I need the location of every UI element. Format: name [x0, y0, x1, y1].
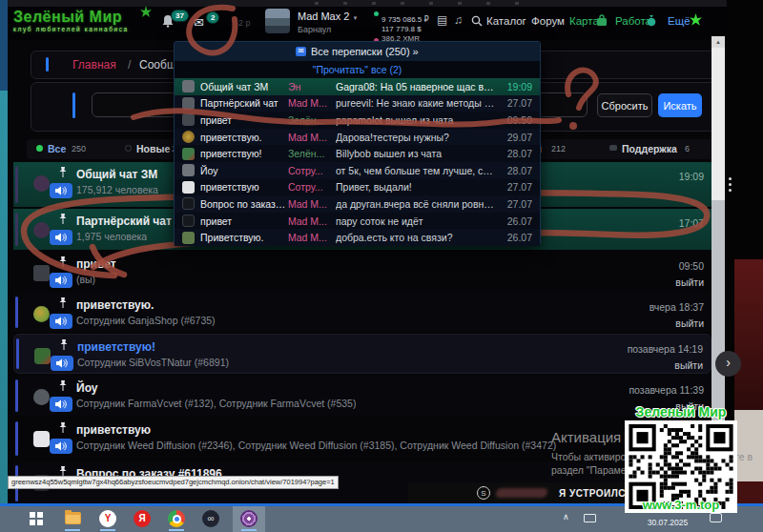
row-accent	[15, 213, 18, 246]
speaker-icon	[54, 317, 68, 326]
row-accent	[15, 166, 18, 203]
start-button[interactable]	[30, 512, 43, 525]
message-time: 27.07	[496, 198, 532, 210]
leave-chat-link[interactable]: выйти	[675, 276, 704, 288]
message-author: Mad M...	[288, 97, 336, 109]
bittorrent-icon[interactable]: ∞	[202, 510, 219, 527]
chat-time: позавчера 14:19	[628, 343, 703, 355]
user-name[interactable]: Mad Max 2 ▼	[298, 10, 358, 22]
chat-avatar	[182, 113, 195, 126]
chat-row[interactable]: приветствую. Сотрудник GanjaShop (#6735)…	[13, 293, 711, 332]
read-all-link[interactable]: "Прочитать" все (2)	[175, 61, 540, 78]
bell-badge: 37	[171, 10, 189, 22]
message-preview: пару соток не идёт	[336, 215, 496, 227]
clock-date[interactable]: 30.07.2025	[633, 518, 702, 527]
nav-more[interactable]: Ещё	[668, 15, 691, 27]
pin-icon[interactable]	[58, 379, 68, 393]
status-url: greenwsz4q55w5qmlgttw7gx4hq66abyzsfoeucm…	[11, 478, 335, 486]
pin-icon[interactable]	[58, 256, 68, 269]
yandex-app-icon[interactable]: Я	[134, 510, 151, 527]
message-author: Mad M...	[288, 198, 336, 210]
pin-icon[interactable]	[58, 297, 68, 310]
leave-chat-link[interactable]: выйти	[675, 317, 704, 329]
reset-button[interactable]: Сбросить	[597, 93, 652, 117]
nav-forum[interactable]: Форум	[531, 15, 565, 27]
scrollbar-thumb[interactable]	[711, 48, 725, 200]
tab-all-label: Все	[48, 143, 66, 154]
notifications-icon[interactable]	[710, 513, 722, 522]
pin-icon[interactable]	[58, 421, 68, 435]
message-preview: Дарова!тестеры нужны?	[336, 132, 496, 143]
message-row[interactable]: приветствую Сотру... Привет, выдали! 27.…	[175, 179, 540, 196]
mail-icon[interactable]: ✉	[194, 16, 204, 29]
site-logo[interactable]: Зелёный Мир клуб любителей каннабиса	[13, 9, 129, 32]
row-accent	[16, 338, 19, 369]
music-icon[interactable]: ♫	[454, 13, 463, 27]
chat-title: приветствую.	[76, 298, 154, 312]
list-icon[interactable]: ▤	[437, 13, 447, 27]
nav-map[interactable]: Карта	[569, 15, 599, 27]
mute-button[interactable]	[50, 439, 72, 454]
message-row[interactable]: Партнёрский чат Mad M... pureevil: Не зн…	[175, 95, 540, 113]
tray-expand-chevron[interactable]: ∧	[563, 512, 569, 522]
message-row[interactable]: привет Зелён... papamolot вышел из чата …	[175, 112, 540, 129]
mute-button[interactable]	[51, 356, 73, 371]
chat-row[interactable]: приветствую! Сотрудник SiBVosTNatur (#68…	[13, 334, 711, 374]
message-row[interactable]: приветствую. Mad M... Дарова!тестеры нуж…	[175, 129, 540, 146]
mail-icon: ✉	[296, 47, 306, 56]
user-avatar[interactable]	[265, 9, 290, 33]
avatar	[33, 306, 50, 322]
message-row[interactable]: привет Mad M... пару соток не идёт 26.07	[175, 213, 540, 230]
dropdown-header[interactable]: ✉ Все переписки (250) »	[175, 42, 540, 61]
tor-browser-icon[interactable]	[240, 510, 258, 527]
message-chat-title: Общий чат ЗМ	[200, 81, 288, 92]
pin-icon[interactable]	[58, 213, 68, 226]
breadcrumb-home[interactable]: Главная	[72, 58, 116, 72]
chat-row[interactable]: Йоу Сотрудник FarmaVcvet (#132), Сотрудн…	[13, 376, 711, 416]
chat-title: Общий чат ЗМ	[76, 168, 157, 181]
ad-logo-smudge	[495, 488, 548, 498]
message-time: 19:09	[496, 81, 532, 92]
file-explorer-icon[interactable]	[65, 512, 81, 524]
mute-button[interactable]	[50, 230, 72, 245]
message-author: Сотру...	[288, 181, 336, 193]
scrollbar-up-arrow[interactable]: ▲	[711, 36, 725, 48]
ad-logo-circle: S	[477, 486, 490, 500]
nav-catalog[interactable]: Каталог	[486, 15, 526, 27]
message-row[interactable]: приветствую! Зелён... Billybob вышел из …	[175, 145, 540, 162]
pin-icon[interactable]	[59, 338, 69, 352]
row-accent	[15, 379, 18, 412]
leave-chat-link[interactable]: выйти	[674, 359, 703, 371]
search-icon[interactable]	[471, 15, 483, 27]
mute-button[interactable]	[50, 273, 72, 288]
chat-row[interactable]: привет (вы) 09:50 выйти	[13, 252, 711, 291]
message-row[interactable]: Общий чат ЗМ Эн Gagra08: На 05 наверное …	[175, 78, 540, 95]
message-author: Зелён...	[288, 114, 336, 126]
message-row[interactable]: Приветствую. Mad M... добра.есть кто на …	[175, 229, 540, 246]
message-author: Mad M...	[288, 132, 336, 143]
chat-avatar	[182, 232, 195, 244]
dropdown-title: Все переписки (250) »	[311, 46, 419, 57]
network-icon[interactable]	[584, 514, 596, 522]
moneybag-icon	[646, 14, 657, 27]
user-name-label: Mad Max 2	[298, 10, 349, 22]
qr-promo-title: Зеленый Мир	[620, 404, 742, 419]
mute-button[interactable]	[50, 183, 72, 198]
search-button[interactable]: Искать	[658, 93, 702, 117]
chevron-right-button[interactable]: ›	[715, 351, 741, 377]
mute-button[interactable]	[50, 397, 72, 412]
chrome-icon[interactable]	[168, 510, 185, 527]
desktop-left-strip	[0, 0, 8, 91]
yandex-browser-icon[interactable]: Y	[99, 510, 116, 527]
message-preview: да друган.вчера всё сняли ровно.спас...	[336, 198, 496, 210]
mute-button[interactable]	[50, 314, 72, 329]
avatar	[33, 389, 50, 405]
bookmarks-bar-dots	[315, 2, 544, 5]
chat-title: приветствую!	[77, 340, 155, 354]
pin-icon[interactable]	[58, 166, 68, 179]
kebab-menu-icon[interactable]	[729, 177, 732, 194]
logo-title: Зелёный Мир	[13, 9, 129, 26]
qr-promo-url: www.3-m.top	[618, 498, 744, 512]
message-row[interactable]: Вопрос по заказу ... Mad M... да друган.…	[175, 195, 540, 213]
message-row[interactable]: Йоу Сотру... от 5к, чем больше тем лучше…	[175, 162, 540, 179]
